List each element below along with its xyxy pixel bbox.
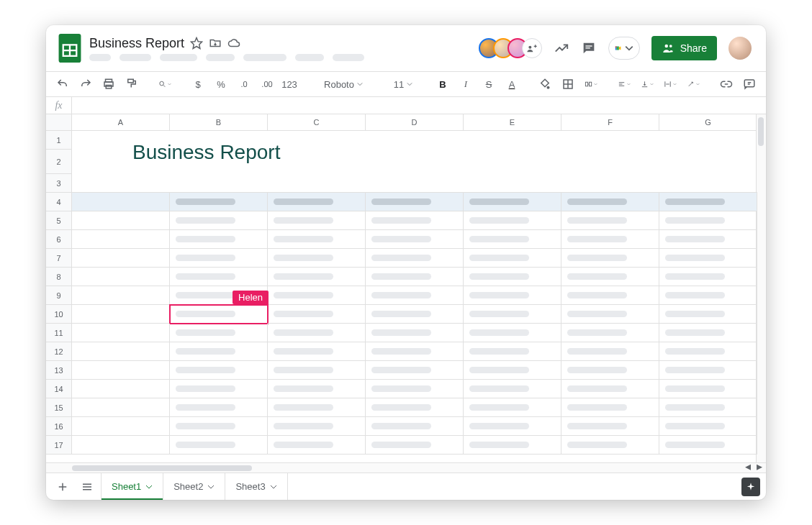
cell[interactable] (72, 361, 170, 380)
paint-format-button[interactable] (122, 75, 141, 93)
cell[interactable] (561, 398, 659, 417)
column-header[interactable]: C (268, 114, 366, 130)
cell[interactable] (659, 174, 757, 193)
cell[interactable] (268, 268, 366, 286)
font-dropdown[interactable]: Roboto (314, 75, 371, 93)
cell[interactable] (464, 436, 561, 455)
cell[interactable] (366, 286, 464, 305)
cell[interactable] (659, 398, 757, 417)
cell[interactable] (72, 305, 170, 324)
cell[interactable] (659, 342, 757, 361)
cell[interactable] (170, 324, 268, 342)
cell[interactable] (464, 174, 561, 193)
cell[interactable] (659, 361, 757, 380)
cell[interactable] (464, 211, 561, 230)
cell[interactable] (72, 436, 170, 455)
cell[interactable] (72, 286, 170, 305)
cell[interactable] (561, 286, 659, 305)
cell[interactable] (170, 398, 268, 417)
cell[interactable] (464, 305, 561, 324)
column-header[interactable]: A (72, 114, 170, 130)
column-header[interactable]: E (464, 114, 561, 130)
cell[interactable] (366, 436, 464, 455)
cell[interactable] (561, 305, 659, 324)
cell[interactable] (366, 131, 464, 150)
cell[interactable] (659, 436, 757, 455)
cell[interactable] (268, 417, 366, 436)
cell[interactable] (268, 150, 366, 174)
row-header[interactable]: 6 (46, 230, 72, 249)
cell[interactable] (659, 131, 757, 150)
row-header[interactable]: 2 (46, 150, 72, 174)
cell[interactable] (659, 380, 757, 398)
cell[interactable] (366, 193, 464, 211)
horizontal-scrollbar[interactable]: ◂ ▸ (46, 462, 766, 472)
cell[interactable] (366, 342, 464, 361)
select-all-corner[interactable] (46, 114, 72, 130)
cell[interactable] (659, 417, 757, 436)
add-sheet-button[interactable] (52, 476, 73, 498)
cell[interactable] (170, 131, 268, 150)
cell[interactable] (366, 150, 464, 174)
cell[interactable] (170, 211, 268, 230)
cell[interactable] (268, 193, 366, 211)
cell[interactable] (464, 131, 561, 150)
trend-icon[interactable] (554, 40, 569, 56)
cell[interactable] (366, 211, 464, 230)
cell[interactable] (659, 324, 757, 342)
print-button[interactable] (99, 75, 118, 93)
cell[interactable] (659, 150, 757, 174)
row-header[interactable]: 14 (46, 380, 72, 398)
cell[interactable] (464, 380, 561, 398)
fill-color-button[interactable] (536, 75, 554, 93)
cell[interactable] (72, 193, 170, 211)
cell[interactable] (464, 249, 561, 268)
cell[interactable] (268, 230, 366, 249)
cell[interactable] (366, 230, 464, 249)
cell[interactable] (659, 211, 757, 230)
row-header[interactable]: 11 (46, 324, 72, 342)
cell[interactable] (170, 342, 268, 361)
cell[interactable] (561, 174, 659, 193)
account-avatar[interactable] (728, 37, 752, 60)
row-header[interactable]: 7 (46, 249, 72, 268)
cell[interactable] (561, 417, 659, 436)
cell[interactable] (659, 286, 757, 305)
cell[interactable] (72, 211, 170, 230)
cell[interactable] (170, 150, 268, 174)
cell[interactable] (170, 230, 268, 249)
cell[interactable] (366, 398, 464, 417)
formula-input[interactable] (72, 97, 766, 114)
row-header[interactable]: 5 (46, 211, 72, 230)
cell[interactable] (366, 174, 464, 193)
cell[interactable] (170, 174, 268, 193)
insert-comment-button[interactable] (740, 75, 759, 93)
meet-button[interactable] (608, 37, 640, 60)
redo-button[interactable] (76, 75, 95, 93)
cell[interactable] (561, 342, 659, 361)
more-collaborators-icon[interactable] (522, 38, 542, 58)
cell[interactable] (268, 211, 366, 230)
cell[interactable] (170, 193, 268, 211)
cell[interactable] (659, 268, 757, 286)
strikethrough-button[interactable]: S (479, 75, 498, 93)
cell[interactable] (268, 174, 366, 193)
cell[interactable] (72, 230, 170, 249)
currency-button[interactable]: $ (189, 75, 207, 93)
percent-button[interactable]: % (212, 75, 230, 93)
cell[interactable] (72, 342, 170, 361)
cell[interactable] (170, 268, 268, 286)
cell[interactable] (561, 380, 659, 398)
cell[interactable] (561, 150, 659, 174)
number-format-dropdown[interactable]: 123 (281, 75, 299, 93)
cell[interactable] (659, 305, 757, 324)
row-header[interactable]: 13 (46, 361, 72, 380)
cell[interactable] (268, 324, 366, 342)
sheets-app-icon[interactable] (58, 32, 82, 64)
cell[interactable] (561, 211, 659, 230)
scroll-right-icon[interactable]: ▸ (754, 461, 764, 471)
merge-cells-button[interactable] (582, 75, 600, 93)
cell[interactable]: Helen (170, 305, 268, 324)
column-header[interactable]: G (659, 114, 757, 130)
document-title[interactable]: Business Report (89, 36, 184, 51)
